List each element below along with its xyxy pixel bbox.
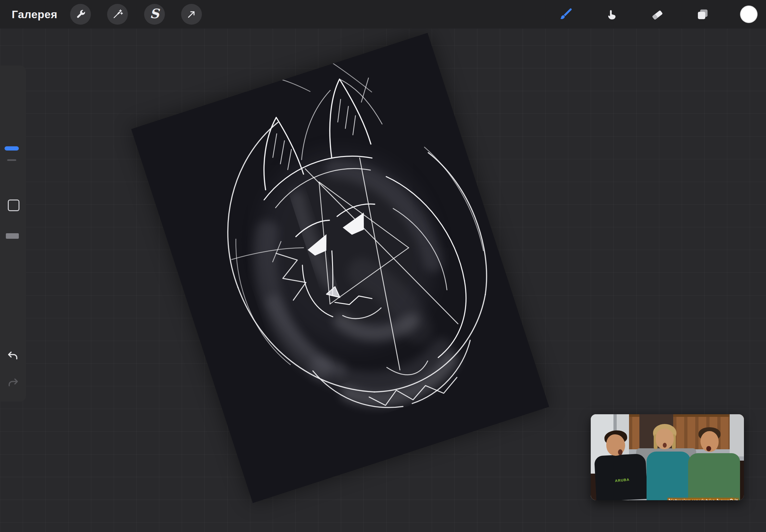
modify-button[interactable] (8, 199, 19, 211)
selection-s-icon: S (150, 7, 159, 20)
opacity-slider-handle[interactable] (6, 233, 19, 239)
redo-button[interactable] (4, 375, 22, 393)
transform-arrow-icon (186, 9, 197, 20)
person-right-torso (688, 453, 740, 500)
actions-button[interactable] (70, 4, 91, 25)
undo-icon (6, 350, 19, 364)
drawing-canvas[interactable] (131, 33, 549, 503)
smudge-finger-icon (606, 8, 619, 21)
eraser-icon (651, 7, 664, 21)
person-right-mouth (706, 446, 711, 451)
sidebar-sliders (0, 66, 26, 402)
brush-size-slider-handle[interactable] (5, 146, 19, 151)
color-button[interactable] (738, 4, 759, 25)
top-toolbar: Галерея S (0, 0, 766, 29)
layers-button[interactable] (692, 4, 713, 25)
wall-background (730, 414, 744, 456)
slider-tick (7, 159, 16, 161)
magic-wand-icon (112, 9, 123, 20)
smudge-tool-button[interactable] (602, 4, 623, 25)
person-middle-mouth (663, 443, 667, 448)
video-overlay[interactable]: ARUBA How do you feel as you sit between… (591, 414, 744, 500)
sketch-artwork (131, 33, 549, 503)
transform-button[interactable] (181, 4, 202, 25)
person-left-torso (594, 453, 648, 500)
procreate-app-window: Галерея S (0, 0, 766, 532)
adjustments-button[interactable] (107, 4, 128, 25)
person-left-mouth (618, 449, 623, 455)
undo-button[interactable] (4, 348, 22, 366)
person-middle-torso (647, 452, 691, 500)
wrench-icon (75, 9, 86, 20)
paintbrush-icon (559, 7, 573, 21)
layers-icon (696, 7, 710, 21)
redo-icon (6, 377, 19, 391)
paint-tool-button[interactable] (555, 4, 576, 25)
subtitle-line-2: between your two boys? (667, 498, 734, 500)
gallery-button[interactable]: Галерея (12, 0, 57, 29)
color-swatch-circle (740, 6, 758, 23)
eraser-tool-button[interactable] (647, 4, 668, 25)
selection-button[interactable]: S (144, 4, 165, 25)
